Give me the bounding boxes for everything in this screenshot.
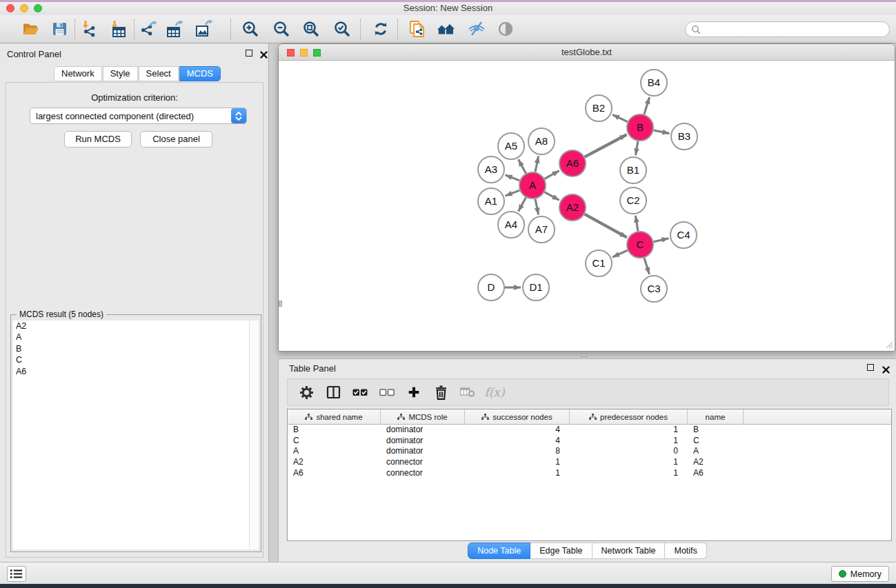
graph-node-C4[interactable]: C4 <box>670 222 697 248</box>
table-cell[interactable]: 4 <box>465 436 570 447</box>
graph-node-A[interactable]: A <box>519 172 546 199</box>
close-table-panel-icon[interactable] <box>882 364 890 372</box>
tab-network-table[interactable]: Network Table <box>593 543 666 559</box>
graph-edge-A-A3[interactable] <box>506 175 520 181</box>
graph-edge-A-A7[interactable] <box>535 199 539 215</box>
network-window-titlebar[interactable]: testGlobe.txt <box>279 44 895 61</box>
import-table-icon[interactable] <box>108 20 126 38</box>
graph-edge-C-C3[interactable] <box>644 258 649 274</box>
save-session-icon[interactable] <box>51 20 69 38</box>
search-input[interactable] <box>704 25 884 34</box>
table-cell[interactable]: C <box>688 436 744 447</box>
task-history-button[interactable] <box>7 566 26 582</box>
graph-node-A6[interactable]: A6 <box>559 150 586 176</box>
zoom-out-icon[interactable] <box>272 20 290 38</box>
table-row[interactable]: Bdominator41B <box>288 425 891 436</box>
delete-icon[interactable] <box>433 385 448 400</box>
table-row[interactable]: Adominator80A <box>288 446 891 457</box>
graph-node-B1[interactable]: B1 <box>620 157 646 183</box>
graph-edge-A-A4[interactable] <box>519 198 526 212</box>
table-cell[interactable]: A6 <box>688 468 744 479</box>
table-cell[interactable]: dominator <box>381 436 465 447</box>
network-canvas[interactable]: B4B2BB3A5A8A6A3B1AA1C2A2A4A7C4CC1DD1C3 <box>279 61 895 350</box>
graph-node-B2[interactable]: B2 <box>586 95 612 121</box>
hide-panels-icon[interactable] <box>468 20 486 38</box>
table-cell[interactable]: dominator <box>381 446 465 457</box>
table-cell[interactable]: 1 <box>570 457 688 468</box>
column-header-successor-nodes[interactable]: successor nodes <box>465 409 570 425</box>
float-table-panel-icon[interactable] <box>867 364 875 372</box>
table-cell[interactable]: A2 <box>688 457 744 468</box>
column-header-shared-name[interactable]: shared name <box>288 409 381 425</box>
graph-node-B[interactable]: B <box>627 114 653 141</box>
table-cell[interactable]: 4 <box>465 425 570 436</box>
table-cell[interactable]: A6 <box>288 468 381 479</box>
run-mcds-button[interactable]: Run MCDS <box>64 131 132 148</box>
table-row[interactable]: A6connector11A6 <box>288 468 891 479</box>
memory-button[interactable]: Memory <box>831 566 889 582</box>
tab-motifs[interactable]: Motifs <box>665 543 706 559</box>
column-view-icon[interactable] <box>326 385 341 400</box>
graph-node-A4[interactable]: A4 <box>498 212 524 238</box>
table-cell[interactable]: 1 <box>570 436 688 447</box>
column-header-predecessor-nodes[interactable]: predecessor nodes <box>570 409 688 425</box>
open-session-icon[interactable] <box>22 20 40 38</box>
graph-edge-B-B2[interactable] <box>613 114 628 121</box>
table-cell[interactable]: connector <box>381 457 465 468</box>
graph-edge-C-C1[interactable] <box>613 250 628 257</box>
tab-select[interactable]: Select <box>139 66 179 81</box>
deselect-all-icon[interactable] <box>379 385 395 400</box>
graph-node-D1[interactable]: D1 <box>523 274 549 301</box>
tab-style[interactable]: Style <box>103 66 138 81</box>
mcds-result-item[interactable]: A6 <box>13 366 249 377</box>
table-cell[interactable]: B <box>688 425 744 436</box>
export-table-icon[interactable] <box>166 20 184 38</box>
graph-node-A3[interactable]: A3 <box>478 156 504 183</box>
import-network-icon[interactable] <box>79 20 97 38</box>
tab-network[interactable]: Network <box>54 66 102 81</box>
export-image-icon[interactable] <box>195 20 213 38</box>
table-cell[interactable]: 1 <box>570 425 688 436</box>
mcds-result-item[interactable]: A <box>13 332 249 343</box>
table-row[interactable]: Cdominator41C <box>288 436 891 447</box>
table-cell[interactable]: B <box>288 425 381 436</box>
table-cell[interactable]: 1 <box>465 457 570 468</box>
graph-node-B3[interactable]: B3 <box>671 123 697 150</box>
criterion-select[interactable]: largest connected component (directed) <box>30 108 247 124</box>
column-header-MCDS-role[interactable]: MCDS role <box>381 409 465 425</box>
graph-node-B4[interactable]: B4 <box>641 70 667 96</box>
table-cell[interactable]: A2 <box>288 457 381 468</box>
close-panel-icon[interactable] <box>260 49 268 57</box>
home-view-icon[interactable] <box>437 20 455 38</box>
zoom-in-icon[interactable] <box>241 20 259 38</box>
graph-node-A8[interactable]: A8 <box>528 128 555 154</box>
graph-edge-A-A5[interactable] <box>519 159 526 173</box>
column-header-name[interactable]: name <box>688 409 744 425</box>
select-all-icon[interactable] <box>352 385 368 400</box>
graph-edge-A-A1[interactable] <box>506 190 520 196</box>
graph-node-C[interactable]: C <box>627 232 653 258</box>
settings-gear-icon[interactable] <box>299 385 314 400</box>
vertical-scroll-thumb[interactable] <box>279 301 282 307</box>
show-panels-icon[interactable] <box>497 20 515 38</box>
table-cell[interactable]: dominator <box>381 425 465 436</box>
table-row[interactable]: A2connector11A2 <box>288 457 891 468</box>
clone-network-icon[interactable] <box>408 20 426 38</box>
graph-edge-B-B1[interactable] <box>636 141 638 156</box>
graph-node-A1[interactable]: A1 <box>478 188 504 214</box>
graph-edge-A6-B[interactable] <box>585 134 627 156</box>
mcds-result-item[interactable]: C <box>13 354 249 365</box>
graph-edge-A-A8[interactable] <box>535 156 539 172</box>
graph-node-D[interactable]: D <box>478 274 504 301</box>
table-cell[interactable]: connector <box>381 468 465 479</box>
graph-node-A5[interactable]: A5 <box>498 133 524 159</box>
graph-node-C3[interactable]: C3 <box>641 276 667 302</box>
mcds-result-item[interactable]: B <box>13 343 249 354</box>
refresh-icon[interactable] <box>372 20 390 38</box>
tab-node-table[interactable]: Node Table <box>468 543 530 559</box>
graph-edge-B-B4[interactable] <box>644 97 650 114</box>
tab-edge-table[interactable]: Edge Table <box>530 543 592 559</box>
horizontal-scroll-thumb[interactable] <box>581 354 587 357</box>
graph-node-A2[interactable]: A2 <box>559 194 586 221</box>
mcds-list-scrollbar[interactable] <box>249 321 259 549</box>
